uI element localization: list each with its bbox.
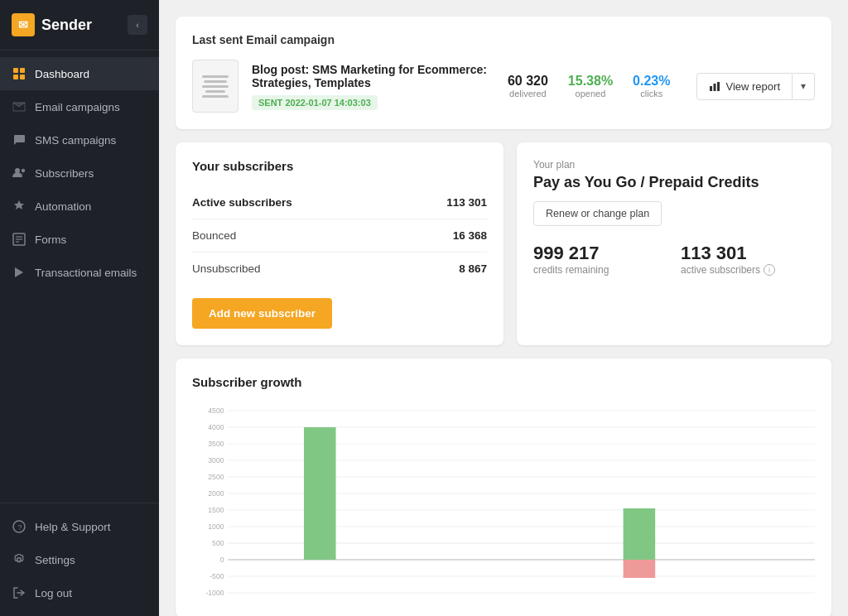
bar-chart-icon	[709, 80, 720, 92]
sidebar-item-settings[interactable]: Settings	[0, 543, 159, 576]
plan-card: Your plan Pay as You Go / Prepaid Credit…	[517, 142, 831, 345]
email-icon	[12, 99, 26, 114]
thumb-line-4	[205, 90, 225, 93]
bounced-row: Bounced 16 368	[192, 219, 487, 253]
svg-text:3500: 3500	[208, 440, 224, 448]
bar-2-negative	[624, 560, 656, 578]
sidebar-item-label: Automation	[35, 200, 91, 213]
renew-button[interactable]: Renew or change plan	[533, 201, 662, 226]
svg-rect-13	[714, 84, 716, 91]
subscribers-card: Your subscribers Active subscribers 113 …	[176, 142, 504, 345]
sidebar: ✉ Sender ‹ Dashboard Email campaigns SMS…	[0, 0, 159, 616]
sidebar-item-email-campaigns[interactable]: Email campaigns	[0, 90, 159, 123]
logout-icon	[12, 585, 26, 600]
delivered-value: 60 320	[508, 74, 548, 89]
opened-label: opened	[568, 89, 613, 99]
sidebar-item-logout[interactable]: Log out	[0, 576, 159, 609]
sidebar-item-subscribers[interactable]: Subscribers	[0, 156, 159, 190]
bounced-label: Bounced	[192, 229, 236, 242]
svg-text:4500: 4500	[208, 407, 224, 415]
sent-badge: SENT 2022-01-07 14:03:03	[252, 95, 378, 110]
forms-icon	[12, 232, 26, 247]
chart-area: 4500 4000 3500 3000 2500 2000 1500 1000 …	[192, 402, 815, 601]
sidebar-item-forms[interactable]: Forms	[0, 223, 159, 256]
bounced-value: 16 368	[453, 229, 487, 242]
view-report-button[interactable]: View report	[696, 73, 793, 100]
clicks-label: clicks	[633, 89, 670, 99]
svg-rect-3	[20, 75, 25, 79]
svg-text:1500: 1500	[208, 506, 224, 514]
unsubscribed-label: Unsubscribed	[192, 262, 261, 275]
opened-value: 15.38%	[568, 74, 613, 89]
svg-text:3000: 3000	[208, 456, 224, 464]
svg-text:1000: 1000	[208, 522, 224, 531]
sidebar-item-help[interactable]: ? Help & Support	[0, 510, 159, 543]
campaign-name: Blog post: SMS Marketing for Ecommerce: …	[252, 63, 494, 89]
subscribers-title: Your subscribers	[192, 159, 487, 173]
credits-value: 999 217	[533, 243, 667, 264]
unsubscribed-value: 8 867	[459, 262, 487, 275]
growth-title: Subscriber growth	[192, 375, 815, 389]
thumb-line-5	[202, 95, 229, 98]
svg-text:500: 500	[212, 539, 224, 547]
thumb-line-2	[204, 80, 227, 83]
sidebar-logo: ✉ Sender	[12, 13, 92, 36]
svg-text:2000: 2000	[208, 489, 224, 498]
bar-2-positive	[624, 508, 656, 560]
help-icon: ?	[12, 519, 26, 534]
unsubscribed-row: Unsubscribed 8 867	[192, 253, 487, 285]
plan-stats: 999 217 credits remaining 113 301 active…	[533, 243, 815, 276]
active-subscribers-row: Active subscribers 113 301	[192, 186, 487, 219]
delivered-label: delivered	[508, 89, 548, 99]
two-col-section: Your subscribers Active subscribers 113 …	[176, 142, 831, 345]
thumb-line-3	[202, 85, 229, 88]
transactional-icon	[12, 265, 26, 280]
svg-text:-1000: -1000	[205, 589, 224, 597]
growth-chart-svg: 4500 4000 3500 3000 2500 2000 1500 1000 …	[192, 402, 815, 601]
growth-card: Subscriber growth 4500 4000	[176, 359, 831, 616]
stat-delivered: 60 320 delivered	[508, 74, 548, 99]
credits-stat: 999 217 credits remaining	[533, 243, 667, 276]
plan-subscribers-label: active subscribers i	[681, 264, 815, 276]
svg-text:?: ?	[18, 523, 22, 532]
sidebar-item-label: Email campaigns	[35, 101, 120, 113]
svg-rect-2	[13, 75, 18, 79]
stat-clicks: 0.23% clicks	[633, 74, 670, 99]
clicks-value: 0.23%	[633, 74, 670, 89]
sidebar-item-label: Settings	[35, 554, 75, 566]
svg-rect-0	[13, 68, 18, 73]
svg-point-5	[22, 169, 25, 172]
thumb-line-1	[202, 75, 229, 78]
campaign-info: Blog post: SMS Marketing for Ecommerce: …	[252, 63, 494, 110]
dashboard-icon	[12, 66, 26, 81]
campaign-section-title: Last sent Email campaign	[192, 33, 815, 46]
bar-1-positive	[304, 427, 336, 560]
sidebar-item-sms-campaigns[interactable]: SMS campaigns	[0, 123, 159, 156]
automation-icon	[12, 199, 26, 214]
sidebar-collapse-button[interactable]: ‹	[128, 15, 147, 35]
sidebar-header: ✉ Sender ‹	[0, 0, 159, 51]
sidebar-item-label: Help & Support	[35, 521, 111, 533]
sms-icon	[12, 132, 26, 147]
plan-label: Your plan	[533, 159, 815, 171]
sidebar-item-transactional[interactable]: Transactional emails	[0, 256, 159, 289]
svg-rect-1	[20, 68, 25, 73]
app-name: Sender	[41, 17, 92, 34]
sidebar-item-dashboard[interactable]: Dashboard	[0, 57, 159, 90]
sidebar-item-label: SMS campaigns	[35, 134, 116, 147]
plan-name: Pay as You Go / Prepaid Credits	[533, 174, 815, 191]
sidebar-item-label: Forms	[35, 233, 66, 246]
svg-text:0: 0	[220, 556, 224, 564]
sidebar-item-automation[interactable]: Automation	[0, 190, 159, 223]
active-label: Active subscribers	[192, 196, 292, 209]
sidebar-item-label: Dashboard	[35, 68, 89, 80]
campaign-card: Last sent Email campaign Blog post: SMS …	[176, 17, 831, 129]
main-content: Last sent Email campaign Blog post: SMS …	[159, 0, 848, 616]
stat-opened: 15.38% opened	[568, 74, 613, 99]
svg-rect-12	[710, 86, 712, 91]
campaign-thumbnail	[192, 60, 238, 113]
sidebar-item-label: Subscribers	[35, 167, 94, 180]
view-report-dropdown-button[interactable]: ▾	[793, 73, 815, 100]
add-subscriber-button[interactable]: Add new subscriber	[192, 298, 332, 329]
sidebar-bottom: ? Help & Support Settings Log out	[0, 503, 159, 616]
